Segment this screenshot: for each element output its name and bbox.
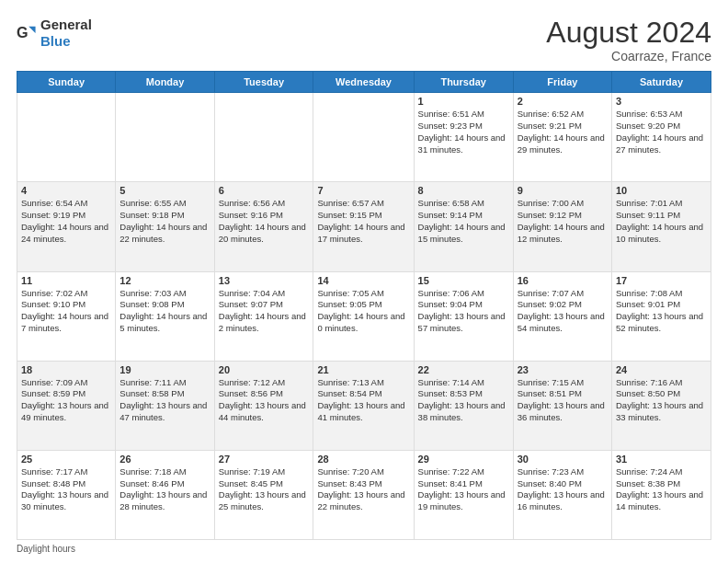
calendar-cell: 21 Sunrise: 7:13 AM Sunset: 8:54 PM Dayl… bbox=[313, 361, 414, 450]
day-info: Sunrise: 7:15 AM Sunset: 8:51 PM Dayligh… bbox=[518, 377, 608, 424]
day-number: 9 bbox=[518, 185, 608, 196]
day-number: 17 bbox=[616, 275, 707, 286]
calendar-cell: 30 Sunrise: 7:23 AM Sunset: 8:40 PM Dayl… bbox=[513, 450, 611, 539]
day-number: 25 bbox=[21, 454, 111, 465]
day-info: Sunrise: 7:04 AM Sunset: 9:07 PM Dayligh… bbox=[219, 288, 310, 335]
calendar-cell: 12 Sunrise: 7:03 AM Sunset: 9:08 PM Dayl… bbox=[116, 271, 214, 361]
day-info: Sunrise: 6:58 AM Sunset: 9:14 PM Dayligh… bbox=[418, 198, 509, 245]
day-info: Sunrise: 7:06 AM Sunset: 9:04 PM Dayligh… bbox=[418, 288, 509, 335]
title-block: August 2024 Coarraze, France bbox=[546, 17, 711, 63]
calendar-week-5: 25 Sunrise: 7:17 AM Sunset: 8:48 PM Dayl… bbox=[17, 450, 711, 539]
day-number: 27 bbox=[219, 454, 310, 465]
day-number: 4 bbox=[21, 185, 111, 196]
col-thursday: Thursday bbox=[414, 72, 513, 93]
location: Coarraze, France bbox=[546, 49, 711, 63]
calendar-cell: 20 Sunrise: 7:12 AM Sunset: 8:56 PM Dayl… bbox=[214, 361, 313, 450]
header: G General Blue August 2024 Coarraze, Fra… bbox=[17, 17, 711, 63]
logo-text: General Blue bbox=[40, 17, 92, 50]
day-info: Sunrise: 6:56 AM Sunset: 9:16 PM Dayligh… bbox=[219, 198, 310, 245]
calendar-cell: 16 Sunrise: 7:07 AM Sunset: 9:02 PM Dayl… bbox=[513, 271, 611, 361]
day-number: 11 bbox=[21, 275, 111, 286]
calendar-cell bbox=[313, 93, 414, 182]
calendar-cell: 13 Sunrise: 7:04 AM Sunset: 9:07 PM Dayl… bbox=[214, 271, 313, 361]
col-saturday: Saturday bbox=[612, 72, 711, 93]
calendar-cell: 24 Sunrise: 7:16 AM Sunset: 8:50 PM Dayl… bbox=[612, 361, 711, 450]
day-info: Sunrise: 7:11 AM Sunset: 8:58 PM Dayligh… bbox=[119, 377, 210, 424]
day-info: Sunrise: 7:24 AM Sunset: 8:38 PM Dayligh… bbox=[616, 466, 707, 513]
calendar-cell bbox=[17, 93, 116, 182]
col-monday: Monday bbox=[116, 72, 214, 93]
day-info: Sunrise: 7:16 AM Sunset: 8:50 PM Dayligh… bbox=[616, 377, 707, 424]
day-info: Sunrise: 7:13 AM Sunset: 8:54 PM Dayligh… bbox=[317, 377, 409, 424]
col-sunday: Sunday bbox=[17, 72, 116, 93]
calendar-week-1: 1 Sunrise: 6:51 AM Sunset: 9:23 PM Dayli… bbox=[17, 93, 711, 182]
calendar-cell: 19 Sunrise: 7:11 AM Sunset: 8:58 PM Dayl… bbox=[116, 361, 214, 450]
day-number: 18 bbox=[21, 364, 111, 375]
day-number: 6 bbox=[219, 185, 310, 196]
day-info: Sunrise: 7:07 AM Sunset: 9:02 PM Dayligh… bbox=[518, 288, 608, 335]
calendar-cell: 9 Sunrise: 7:00 AM Sunset: 9:12 PM Dayli… bbox=[513, 182, 611, 271]
day-info: Sunrise: 6:52 AM Sunset: 9:21 PM Dayligh… bbox=[518, 109, 608, 155]
col-friday: Friday bbox=[513, 72, 611, 93]
calendar-cell: 1 Sunrise: 6:51 AM Sunset: 9:23 PM Dayli… bbox=[414, 93, 513, 182]
day-number: 22 bbox=[418, 364, 509, 375]
calendar-cell: 28 Sunrise: 7:20 AM Sunset: 8:43 PM Dayl… bbox=[313, 450, 414, 539]
day-number: 7 bbox=[317, 185, 409, 196]
calendar-cell: 26 Sunrise: 7:18 AM Sunset: 8:46 PM Dayl… bbox=[116, 450, 214, 539]
day-number: 1 bbox=[418, 96, 509, 107]
logo-general: General bbox=[40, 17, 92, 32]
calendar-cell: 17 Sunrise: 7:08 AM Sunset: 9:01 PM Dayl… bbox=[612, 271, 711, 361]
day-number: 12 bbox=[119, 275, 210, 286]
day-info: Sunrise: 7:02 AM Sunset: 9:10 PM Dayligh… bbox=[21, 288, 111, 335]
day-info: Sunrise: 7:19 AM Sunset: 8:45 PM Dayligh… bbox=[219, 466, 310, 513]
calendar-cell: 11 Sunrise: 7:02 AM Sunset: 9:10 PM Dayl… bbox=[17, 271, 116, 361]
calendar-table: Sunday Monday Tuesday Wednesday Thursday… bbox=[17, 71, 711, 540]
logo: G General Blue bbox=[17, 17, 92, 50]
day-info: Sunrise: 6:54 AM Sunset: 9:19 PM Dayligh… bbox=[21, 198, 111, 245]
month-year: August 2024 bbox=[546, 17, 711, 49]
day-info: Sunrise: 7:12 AM Sunset: 8:56 PM Dayligh… bbox=[219, 377, 310, 424]
day-number: 3 bbox=[616, 96, 707, 107]
calendar-cell: 6 Sunrise: 6:56 AM Sunset: 9:16 PM Dayli… bbox=[214, 182, 313, 271]
day-number: 5 bbox=[119, 185, 210, 196]
svg-marker-1 bbox=[28, 27, 35, 33]
calendar-body: 1 Sunrise: 6:51 AM Sunset: 9:23 PM Dayli… bbox=[17, 93, 711, 540]
col-wednesday: Wednesday bbox=[313, 72, 414, 93]
calendar-cell: 25 Sunrise: 7:17 AM Sunset: 8:48 PM Dayl… bbox=[17, 450, 116, 539]
day-info: Sunrise: 7:20 AM Sunset: 8:43 PM Dayligh… bbox=[317, 466, 409, 513]
calendar-cell: 5 Sunrise: 6:55 AM Sunset: 9:18 PM Dayli… bbox=[116, 182, 214, 271]
calendar-cell: 4 Sunrise: 6:54 AM Sunset: 9:19 PM Dayli… bbox=[17, 182, 116, 271]
day-info: Sunrise: 7:05 AM Sunset: 9:05 PM Dayligh… bbox=[317, 288, 409, 335]
calendar-cell: 7 Sunrise: 6:57 AM Sunset: 9:15 PM Dayli… bbox=[313, 182, 414, 271]
day-number: 13 bbox=[219, 275, 310, 286]
day-number: 26 bbox=[119, 454, 210, 465]
day-number: 20 bbox=[219, 364, 310, 375]
day-info: Sunrise: 7:09 AM Sunset: 8:59 PM Dayligh… bbox=[21, 377, 111, 424]
calendar-cell bbox=[116, 93, 214, 182]
calendar-cell: 23 Sunrise: 7:15 AM Sunset: 8:51 PM Dayl… bbox=[513, 361, 611, 450]
svg-text:G: G bbox=[17, 24, 28, 40]
col-tuesday: Tuesday bbox=[214, 72, 313, 93]
day-number: 29 bbox=[418, 454, 509, 465]
day-info: Sunrise: 7:22 AM Sunset: 8:41 PM Dayligh… bbox=[418, 466, 509, 513]
calendar-cell: 18 Sunrise: 7:09 AM Sunset: 8:59 PM Dayl… bbox=[17, 361, 116, 450]
calendar-week-2: 4 Sunrise: 6:54 AM Sunset: 9:19 PM Dayli… bbox=[17, 182, 711, 271]
day-number: 10 bbox=[616, 185, 707, 196]
day-number: 23 bbox=[518, 364, 608, 375]
day-info: Sunrise: 7:14 AM Sunset: 8:53 PM Dayligh… bbox=[418, 377, 509, 424]
calendar-cell: 10 Sunrise: 7:01 AM Sunset: 9:11 PM Dayl… bbox=[612, 182, 711, 271]
day-info: Sunrise: 7:18 AM Sunset: 8:46 PM Dayligh… bbox=[119, 466, 210, 513]
day-number: 8 bbox=[418, 185, 509, 196]
calendar-cell: 8 Sunrise: 6:58 AM Sunset: 9:14 PM Dayli… bbox=[414, 182, 513, 271]
day-info: Sunrise: 7:17 AM Sunset: 8:48 PM Dayligh… bbox=[21, 466, 111, 513]
calendar-cell: 27 Sunrise: 7:19 AM Sunset: 8:45 PM Dayl… bbox=[214, 450, 313, 539]
calendar-cell: 29 Sunrise: 7:22 AM Sunset: 8:41 PM Dayl… bbox=[414, 450, 513, 539]
calendar-cell bbox=[214, 93, 313, 182]
day-info: Sunrise: 7:03 AM Sunset: 9:08 PM Dayligh… bbox=[119, 288, 210, 335]
day-info: Sunrise: 7:00 AM Sunset: 9:12 PM Dayligh… bbox=[518, 198, 608, 245]
calendar-cell: 31 Sunrise: 7:24 AM Sunset: 8:38 PM Dayl… bbox=[612, 450, 711, 539]
daylight-label: Daylight hours bbox=[17, 544, 75, 554]
logo-icon: G bbox=[17, 23, 37, 43]
footer: Daylight hours bbox=[17, 544, 711, 554]
day-number: 19 bbox=[119, 364, 210, 375]
